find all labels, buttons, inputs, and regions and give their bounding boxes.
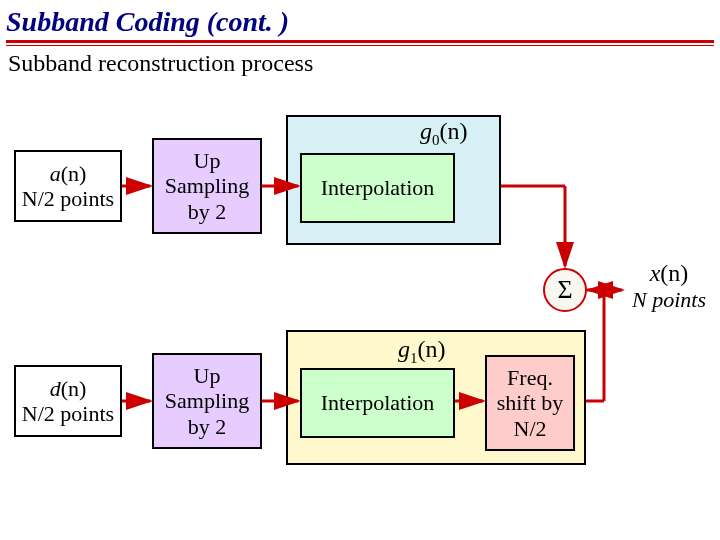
interpolation-bottom: Interpolation (300, 368, 455, 438)
diagram-stage: a(n) N/2 points d(n) N/2 points Up Sampl… (0, 90, 720, 540)
input-d-box: d(n) N/2 points (14, 365, 122, 437)
page-title: Subband Coding (cont. ) (0, 0, 720, 40)
g0-label: g0(n) (420, 118, 467, 149)
input-a-subline: N/2 points (22, 186, 114, 211)
subtitle: Subband reconstruction process (0, 46, 720, 77)
input-d-var: d (50, 376, 61, 401)
interpolation-top: Interpolation (300, 153, 455, 223)
input-d-subline: N/2 points (22, 401, 114, 426)
input-d-arg: (n) (61, 376, 87, 401)
input-a-box: a(n) N/2 points (14, 150, 122, 222)
sum-node: Σ (543, 268, 587, 312)
input-a-arg: (n) (61, 161, 87, 186)
g1-label: g1(n) (398, 336, 445, 367)
output-label: x(n) N points (624, 260, 714, 313)
upsampling-top: Up Sampling by 2 (152, 138, 262, 234)
upsampling-bottom: Up Sampling by 2 (152, 353, 262, 449)
freq-shift: Freq. shift by N/2 (485, 355, 575, 451)
input-a-var: a (50, 161, 61, 186)
